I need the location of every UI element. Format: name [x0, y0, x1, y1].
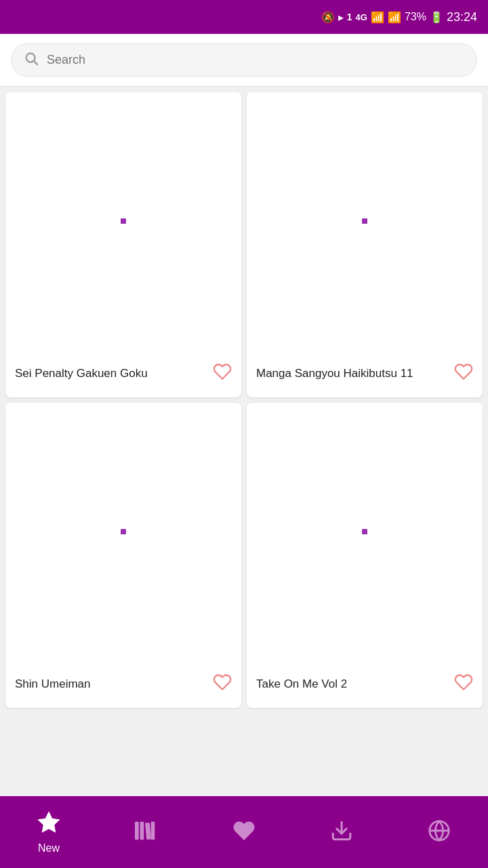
bottom-navigation: New — [0, 796, 488, 868]
favorite-icon-3[interactable] — [213, 673, 232, 696]
manga-cover-1 — [5, 92, 241, 350]
manga-info-2: Manga Sangyou Haikibutsu 11 — [247, 350, 483, 397]
books-icon — [134, 819, 159, 846]
manga-cover-2 — [247, 92, 483, 350]
4g-icon: 4G — [356, 12, 367, 22]
signal-bars-icon: 📶 — [371, 11, 384, 24]
search-icon — [24, 51, 39, 69]
globe-icon — [428, 819, 451, 846]
favorite-icon-2[interactable] — [454, 362, 473, 386]
loading-indicator-3 — [121, 529, 126, 534]
nav-item-downloads[interactable] — [308, 819, 375, 846]
clock: 23:24 — [447, 10, 477, 24]
download-icon — [330, 819, 353, 846]
manga-card-3[interactable]: Shin Umeiman — [5, 403, 241, 708]
manga-title-3: Shin Umeiman — [15, 677, 207, 692]
manga-card-2[interactable]: Manga Sangyou Haikibutsu 11 — [247, 92, 483, 397]
manga-title-1: Sei Penalty Gakuen Goku — [15, 366, 207, 381]
mute-icon: 🔕 — [321, 11, 335, 24]
content-grid: Sei Penalty Gakuen Goku Manga Sangyou Ha… — [0, 87, 488, 796]
manga-card-1[interactable]: Sei Penalty Gakuen Goku — [5, 92, 241, 397]
nav-label-new: New — [38, 842, 60, 854]
status-bar: 🔕 ▸ 1 4G 📶 📶 73% 🔋 23:24 — [0, 0, 488, 34]
manga-cover-4 — [247, 403, 483, 660]
search-container — [0, 34, 488, 87]
manga-info-4: Take On Me Vol 2 — [247, 660, 483, 708]
svg-rect-5 — [145, 823, 151, 840]
signal-bars2-icon: 📶 — [388, 11, 401, 24]
star-icon — [37, 810, 61, 838]
battery-text: 73% — [405, 11, 426, 23]
svg-rect-3 — [135, 821, 139, 839]
loading-indicator-1 — [121, 218, 126, 224]
nav-item-favorites[interactable] — [210, 819, 278, 846]
search-box[interactable] — [11, 43, 477, 77]
svg-rect-6 — [151, 821, 155, 839]
favorite-icon-4[interactable] — [454, 673, 473, 696]
manga-info-3: Shin Umeiman — [5, 660, 241, 708]
manga-title-4: Take On Me Vol 2 — [256, 677, 449, 692]
svg-rect-4 — [140, 821, 144, 839]
nav-item-library[interactable] — [113, 819, 180, 846]
manga-card-4[interactable]: Take On Me Vol 2 — [247, 403, 483, 708]
nav-item-browse[interactable] — [405, 819, 473, 846]
status-icons: 🔕 ▸ 1 4G 📶 📶 73% 🔋 23:24 — [321, 10, 477, 24]
sim-icon: 1 — [347, 12, 352, 22]
battery-icon: 🔋 — [430, 11, 443, 24]
manga-cover-3 — [5, 403, 241, 660]
favorite-icon-1[interactable] — [213, 362, 232, 386]
manga-title-2: Manga Sangyou Haikibutsu 11 — [256, 366, 449, 381]
loading-indicator-4 — [362, 529, 367, 534]
search-input[interactable] — [47, 53, 464, 67]
loading-indicator-2 — [362, 218, 367, 224]
svg-marker-2 — [39, 812, 59, 832]
signal-icon: ▸ — [338, 11, 344, 24]
nav-item-new[interactable]: New — [15, 810, 83, 854]
heart-nav-icon — [232, 819, 256, 846]
svg-line-1 — [34, 61, 37, 64]
manga-info-1: Sei Penalty Gakuen Goku — [5, 350, 241, 397]
